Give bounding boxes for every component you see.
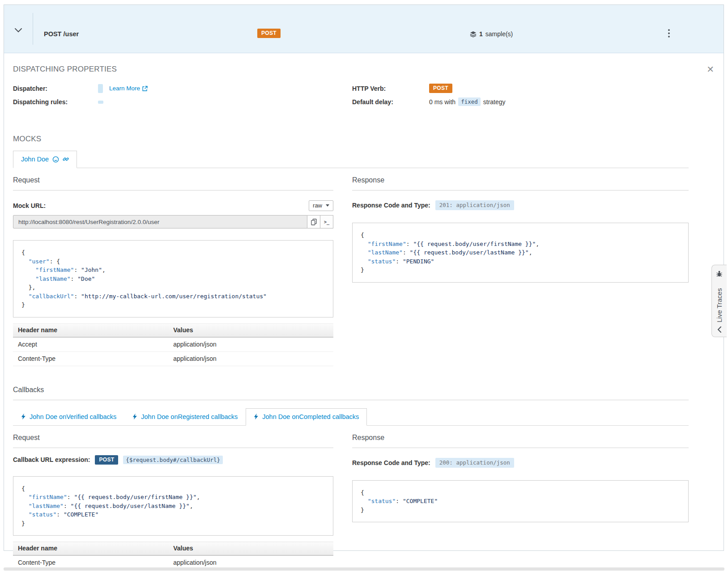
- horizontal-scrollbar[interactable]: [4, 567, 724, 571]
- http-verb-label: HTTP Verb:: [352, 85, 429, 92]
- header-divider: [33, 13, 33, 45]
- learn-more-link[interactable]: Learn More: [109, 85, 148, 92]
- bolt-icon: [21, 413, 26, 420]
- copy-button[interactable]: [307, 215, 320, 228]
- tab-john-doe-onverified-callbacks[interactable]: John Doe onVerified callbacks: [13, 408, 124, 426]
- table-row: Content-Typeapplication/json: [13, 351, 333, 366]
- response-code-badge: 201: application/json: [435, 200, 514, 210]
- mock-request-headers-table: Header nameValuesAcceptapplication/jsonC…: [13, 323, 333, 366]
- live-traces-tab[interactable]: Live Traces: [711, 265, 727, 337]
- mock-request-body: { "user": { "firstName": "John", "lastNa…: [13, 240, 333, 317]
- chevron-down-icon: [326, 204, 329, 207]
- operation-title: POST /user: [44, 30, 79, 38]
- layers-icon: [470, 31, 477, 38]
- callback-request-column: Request Callback URL expression: POST {$…: [13, 426, 333, 571]
- callback-request-heading: Request: [13, 434, 333, 448]
- delay-strategy-code: fixed: [458, 97, 481, 106]
- callback-response-heading: Response: [352, 434, 689, 448]
- callback-response-column: Response Response Code and Type: 200: ap…: [343, 426, 689, 571]
- bolt-icon: [254, 413, 259, 420]
- mock-response-body: { "firstName": "{{ request.body/user/fir…: [352, 223, 689, 283]
- http-verb-badge: POST: [429, 84, 452, 93]
- callback-response-code-badge: 200: application/json: [435, 458, 514, 468]
- mock-url-label: Mock URL:: [13, 202, 46, 209]
- mock-detail: Request Mock URL: raw >_ { "user": { "fi…: [13, 168, 689, 366]
- operation-detail: ✕ DISPATCHING PROPERTIES Dispatcher: Lea…: [4, 53, 724, 570]
- dispatching-properties-heading: DISPATCHING PROPERTIES: [13, 65, 689, 74]
- table-column-header: Header name: [13, 323, 168, 337]
- callback-request-body: { "firstName": "{{ request.body/user/fir…: [13, 476, 333, 536]
- dispatching-rules-label: Dispatching rules:: [13, 98, 98, 106]
- live-traces-label: Live Traces: [715, 281, 723, 322]
- callback-request-headers-table: Header nameValuesContent-Typeapplication…: [13, 541, 333, 570]
- callback-response-code-label: Response Code and Type:: [352, 459, 430, 466]
- kebab-menu-icon[interactable]: [665, 29, 673, 39]
- callback-url-label: Callback URL expression:: [13, 456, 90, 463]
- mock-tabs: John Doe: [13, 151, 689, 168]
- dispatcher-value-badge: [98, 84, 103, 93]
- samples-count: 1sample(s): [470, 30, 513, 38]
- method-badge: POST: [257, 29, 281, 38]
- tab-john-doe-oncompleted-callbacks[interactable]: John Doe onCompleted callbacks: [246, 408, 367, 426]
- default-delay-label: Default delay:: [352, 98, 429, 106]
- mock-url-input[interactable]: [13, 215, 307, 228]
- mocks-heading: MOCKS: [13, 135, 689, 144]
- close-icon[interactable]: ✕: [707, 65, 714, 74]
- mock-response-column: Response Response Code and Type: 201: ap…: [343, 168, 689, 366]
- callback-tabs: John Doe onVerified callbacksJohn Doe on…: [13, 408, 689, 426]
- chevron-left-icon[interactable]: [717, 326, 721, 333]
- table-column-header: Values: [168, 323, 333, 337]
- external-link-icon: [142, 86, 148, 91]
- callback-url-expression: {$request.body#/callbackUrl}: [123, 456, 223, 464]
- callback-method-badge: POST: [95, 455, 118, 465]
- tab-john-doe-onregistered-callbacks[interactable]: John Doe onRegistered callbacks: [124, 408, 246, 426]
- tab-john-doe[interactable]: John Doe: [13, 151, 77, 168]
- response-heading: Response: [352, 176, 689, 190]
- bug-icon: [716, 270, 723, 277]
- dispatching-properties: Dispatcher: Learn More Dispatching rules…: [13, 84, 689, 110]
- callback-response-body: { "status": "COMPLETE" }: [352, 480, 689, 523]
- response-code-label: Response Code and Type:: [352, 202, 430, 209]
- terminal-button[interactable]: >_: [320, 215, 333, 228]
- terminal-icon: >_: [324, 220, 329, 224]
- dispatching-rules-value-badge: [98, 101, 103, 104]
- format-select[interactable]: raw: [309, 200, 333, 211]
- dispatcher-label: Dispatcher:: [13, 85, 98, 92]
- operation-panel: POST /user POST 1sample(s) ✕ DISPATCHING…: [4, 4, 724, 551]
- table-column-header: Values: [168, 542, 333, 556]
- smiley-status-icon: [52, 156, 59, 163]
- table-column-header: Header name: [13, 542, 168, 556]
- mock-url-group: >_: [13, 215, 333, 228]
- default-delay-value: 0 ms with fixed strategy: [429, 97, 506, 106]
- bolt-icon: [132, 413, 137, 420]
- request-heading: Request: [13, 176, 333, 190]
- copy-icon: [311, 219, 317, 225]
- callback-detail: Request Callback URL expression: POST {$…: [13, 426, 689, 571]
- collapse-chevron-icon[interactable]: [15, 26, 22, 34]
- mock-request-column: Request Mock URL: raw >_ { "user": { "fi…: [13, 168, 333, 366]
- link-icon[interactable]: [63, 156, 69, 162]
- table-row: Acceptapplication/json: [13, 337, 333, 352]
- operation-header: POST /user POST 1sample(s): [4, 5, 724, 53]
- callbacks-heading: Callbacks: [13, 386, 689, 400]
